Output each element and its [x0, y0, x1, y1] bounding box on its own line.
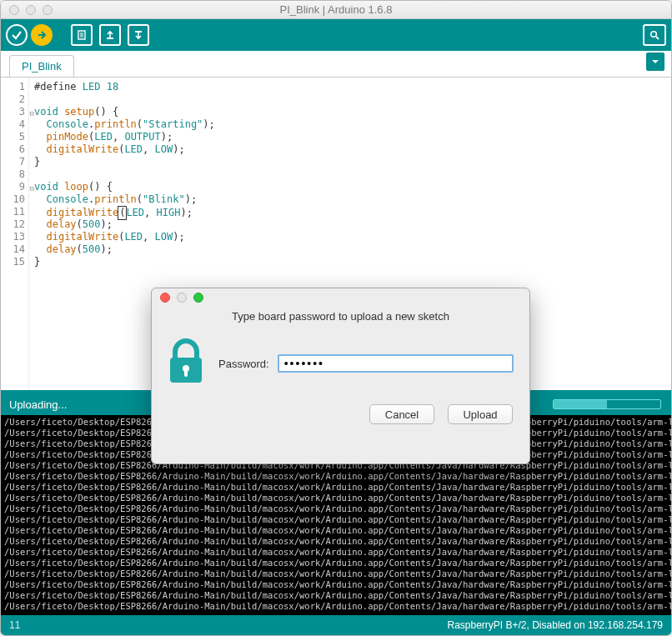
dialog-heading: Type board password to upload a new sket… — [152, 310, 529, 323]
sketch-tab[interactable]: PI_Blink — [9, 55, 74, 77]
lock-icon — [165, 338, 207, 386]
cancel-button[interactable]: Cancel — [369, 404, 434, 424]
password-input[interactable] — [278, 354, 514, 373]
serial-monitor-button[interactable] — [643, 24, 666, 46]
open-button[interactable] — [99, 24, 121, 46]
dialog-minimize-icon — [177, 293, 187, 303]
toolbar — [1, 19, 671, 51]
svg-point-3 — [651, 32, 657, 38]
window-title: PI_Blink | Arduino 1.6.8 — [1, 3, 671, 16]
upload-button[interactable] — [31, 24, 53, 46]
upload-confirm-button[interactable]: Upload — [448, 404, 513, 424]
tab-bar: PI_Blink — [1, 54, 671, 78]
dialog-close-icon[interactable] — [160, 293, 170, 303]
new-button[interactable] — [71, 24, 93, 46]
svg-rect-2 — [135, 31, 142, 33]
svg-rect-6 — [184, 369, 188, 377]
save-button[interactable] — [128, 24, 149, 46]
upload-progress — [553, 399, 661, 409]
svg-rect-1 — [107, 38, 113, 39]
dialog-zoom-icon[interactable] — [193, 293, 203, 303]
titlebar: PI_Blink | Arduino 1.6.8 — [1, 1, 671, 19]
line-gutter: 123⊟456789⊟101112131415 — [1, 78, 29, 390]
verify-button[interactable] — [6, 24, 28, 46]
password-dialog: Type board password to upload a new sket… — [151, 288, 530, 464]
password-label: Password: — [218, 358, 269, 370]
footer-bar: 11 RaspberryPI B+/2, Disabled on 192.168… — [1, 615, 671, 635]
status-text: Uploading... — [9, 398, 67, 411]
tab-menu-button[interactable] — [646, 53, 664, 71]
cursor-line-indicator: 11 — [9, 619, 20, 631]
board-info: RaspberryPI B+/2, Disabled on 192.168.25… — [447, 619, 663, 631]
